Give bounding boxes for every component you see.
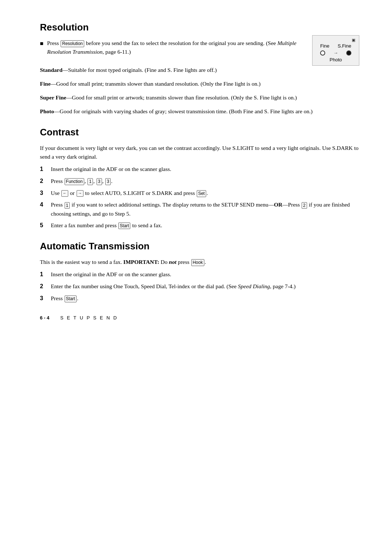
- or-bold: OR: [274, 201, 282, 208]
- key-3b: 3: [105, 178, 111, 185]
- auto-step-num-1: 1: [40, 270, 51, 279]
- bullet-icon: ■: [40, 39, 44, 56]
- start-key-1: Start: [118, 223, 130, 229]
- start-key-2: Start: [65, 295, 77, 302]
- step-content-2: Press Function, 1, 3, 3.: [51, 177, 359, 186]
- contrast-step-4: 4 Press 1 if you want to select addition…: [40, 200, 359, 218]
- photo-desc-text: —Good for originals with varying shades …: [54, 108, 313, 114]
- contrast-step-5: 5 Enter a fax number and press Start to …: [40, 221, 359, 230]
- set-key: Set: [197, 190, 206, 197]
- step-content-4: Press 1 if you want to select additional…: [51, 200, 359, 218]
- key-1b: 1: [65, 202, 70, 209]
- auto-step-1: 1 Insert the original in the ADF or on t…: [40, 270, 359, 279]
- contrast-step-1: 1 Insert the original in the ADF or on t…: [40, 165, 359, 174]
- auto-step-content-3: Press Start.: [51, 294, 359, 303]
- footer-title: S E T U P S E N D: [60, 315, 118, 321]
- sfine-label: S.Fine: [338, 43, 351, 49]
- key-2: 2: [302, 202, 307, 209]
- photo-desc: Photo—Good for originals with varying sh…: [40, 107, 359, 116]
- step-num-5: 5: [40, 221, 51, 230]
- automatic-intro: This is the easiest way to send a fax. I…: [40, 258, 359, 266]
- automatic-steps: 1 Insert the original in the ADF or on t…: [40, 270, 359, 303]
- contrast-steps: 1 Insert the original in the ADF or on t…: [40, 165, 359, 230]
- resolution-bullet: ■ Press Resolution before you send the f…: [40, 39, 305, 56]
- key-3a: 3: [97, 178, 102, 185]
- resolution-icon: ▣: [316, 38, 355, 42]
- step-content-3: Use ← or → to select AUTO, S.LIGHT or S.…: [51, 189, 359, 198]
- key-1: 1: [87, 178, 93, 185]
- standard-desc: Standard—Suitable for most typed origina…: [40, 66, 359, 74]
- sfine-circle: [346, 50, 351, 56]
- hook-key: Hook: [191, 259, 204, 266]
- resolution-diagram: ▣ Fine S.Fine → Photo: [312, 35, 359, 66]
- automatic-heading: Automatic Transmission: [40, 241, 359, 252]
- important-label: IMPORTANT:: [123, 259, 159, 265]
- function-key: Function: [65, 178, 84, 185]
- fine-circle: [320, 50, 325, 56]
- italic-ref: Multiple Resolution Transmission: [47, 40, 298, 55]
- fine-label: Fine: [320, 43, 329, 49]
- step-num-4: 4: [40, 200, 51, 218]
- step-num-1: 1: [40, 165, 51, 174]
- fine-desc-text: —Good for small print; transmits slower …: [50, 81, 261, 87]
- auto-step-2: 2 Enter the fax number using One Touch, …: [40, 282, 359, 291]
- left-arrow-key: ←: [61, 190, 68, 196]
- auto-step-num-3: 3: [40, 294, 51, 303]
- contrast-intro: If your document is very light or very d…: [40, 144, 359, 161]
- fine-term: Fine: [40, 81, 50, 87]
- contrast-step-2: 2 Press Function, 1, 3, 3.: [40, 177, 359, 186]
- standard-term: Standard: [40, 67, 62, 73]
- speed-dialing-ref: Speed Dialing: [238, 283, 270, 289]
- step-num-3: 3: [40, 189, 51, 198]
- not-text: not: [169, 259, 176, 265]
- right-arrow-key: →: [77, 190, 83, 196]
- superfine-term: Super Fine: [40, 94, 66, 101]
- photo-label: Photo: [316, 57, 355, 62]
- auto-step-content-2: Enter the fax number using One Touch, Sp…: [51, 282, 359, 291]
- contrast-step-3: 3 Use ← or → to select AUTO, S.LIGHT or …: [40, 189, 359, 198]
- arrow-connector: →: [333, 50, 338, 56]
- auto-step-content-1: Insert the original in the ADF or on the…: [51, 270, 359, 279]
- step-content-5: Enter a fax number and press Start to se…: [51, 221, 359, 230]
- auto-step-num-2: 2: [40, 282, 51, 291]
- auto-step-3: 3 Press Start.: [40, 294, 359, 303]
- resolution-key: Resolution: [61, 40, 84, 47]
- footer: 6 - 4 S E T U P S E N D: [40, 315, 359, 321]
- resolution-heading: Resolution: [40, 22, 359, 33]
- resolution-bullet-text: Press Resolution before you send the fax…: [47, 39, 305, 56]
- fine-desc: Fine—Good for small print; transmits slo…: [40, 79, 359, 88]
- step-num-2: 2: [40, 177, 51, 186]
- contrast-heading: Contrast: [40, 127, 359, 138]
- standard-desc-text: —Suitable for most typed originals. (Fin…: [62, 67, 217, 73]
- footer-page-num: 6 - 4: [40, 315, 49, 321]
- superfine-desc-text: —Good for small print or artwork; transm…: [66, 94, 297, 101]
- superfine-desc: Super Fine—Good for small print or artwo…: [40, 93, 359, 102]
- photo-term: Photo: [40, 108, 54, 114]
- step-content-1: Insert the original in the ADF or on the…: [51, 165, 359, 174]
